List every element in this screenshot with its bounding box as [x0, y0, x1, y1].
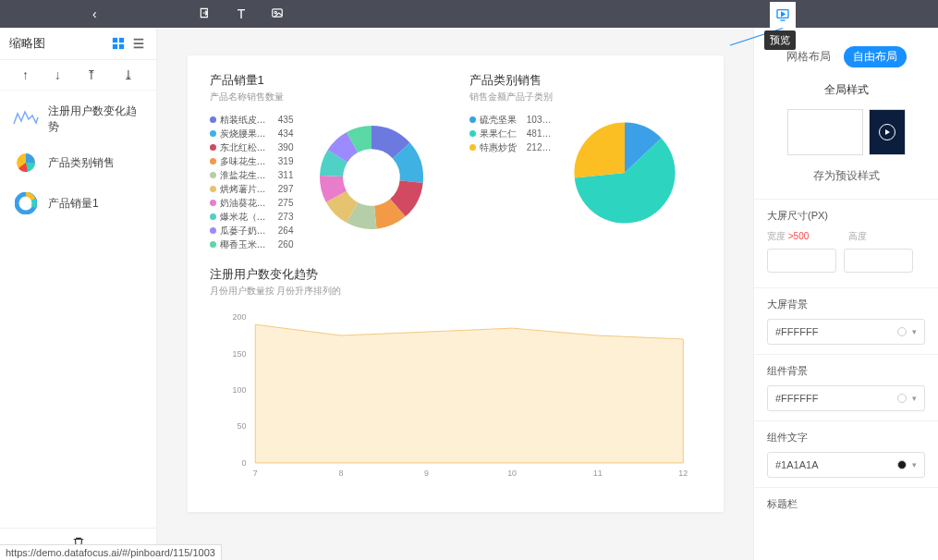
arrow-controls: ↑ ↓ ⤒ ⤓	[0, 60, 156, 91]
comp-bg-group: 组件背景 #FFFFFF ▾	[754, 354, 938, 420]
play-icon	[879, 124, 895, 140]
chart-title: 产品类别销售	[469, 72, 701, 89]
pie-chart-block[interactable]: 产品类别销售 销售金额产品子类别 硫壳坚果103…果果仁仁481…特惠炒货212…	[469, 72, 701, 251]
canvas[interactable]: 产品销量1 产品名称销售数量 精装纸皮…435炭烧腰果1…434东北红松…390…	[157, 28, 753, 560]
back-icon[interactable]: ‹	[92, 6, 97, 21]
import-icon[interactable]	[199, 6, 212, 22]
thumb-label: 产品销量1	[48, 196, 99, 212]
image-icon[interactable]	[271, 6, 284, 22]
comp-text-field[interactable]: #1A1A1A ▾	[767, 452, 925, 478]
text-icon[interactable]: T	[238, 6, 246, 22]
thumb-item-donut[interactable]: 产品销量1	[6, 183, 151, 224]
width-hint: 宽度 >500	[767, 230, 841, 243]
thumb-label: 产品类别销售	[48, 155, 115, 171]
tab-grid-layout[interactable]: 网格布局	[786, 49, 831, 65]
toolbar-tools: T	[199, 6, 285, 22]
thumbnail-sidebar: 缩略图 ↑ ↓ ⤒ ⤓ 注册用户数变化趋势	[0, 28, 157, 560]
svg-text:200: 200	[232, 312, 246, 322]
chevron-down-icon: ▾	[912, 327, 917, 336]
svg-point-1	[274, 11, 276, 13]
svg-rect-0	[273, 8, 283, 16]
topbar: ‹ T	[0, 0, 938, 28]
chevron-down-icon: ▾	[912, 394, 917, 403]
sidebar-title: 缩略图	[9, 35, 45, 52]
thumb-item-area[interactable]: 注册用户数变化趋势	[6, 96, 151, 142]
comp-text-value: #1A1A1A	[775, 459, 818, 470]
global-style-label: 全局样式	[754, 75, 938, 105]
height-input[interactable]	[844, 249, 913, 273]
svg-text:0: 0	[241, 458, 246, 468]
arrow-down-icon[interactable]: ↓	[55, 67, 61, 82]
view-toggle	[110, 35, 147, 52]
width-input[interactable]	[767, 249, 836, 273]
chart-subtitle: 销售金额产品子类别	[469, 91, 701, 103]
preview-button[interactable]	[770, 2, 796, 28]
comp-text-label: 组件文字	[767, 431, 925, 444]
svg-rect-6	[119, 44, 124, 49]
style-preset-dark[interactable]	[869, 109, 906, 155]
arrow-up-icon[interactable]: ↑	[22, 67, 29, 82]
chart-subtitle: 产品名称销售数量	[210, 91, 442, 103]
svg-text:150: 150	[232, 349, 246, 359]
svg-text:9: 9	[424, 469, 429, 478]
pie-legend: 硫壳坚果103…果果仁仁481…特惠炒货212…	[469, 113, 552, 154]
svg-text:12: 12	[678, 469, 688, 478]
properties-panel: 网格布局 自由布局 全局样式 存为预设样式 大屏尺寸(PX) 宽度 >500 高…	[753, 28, 938, 560]
thumbnail-list: 注册用户数变化趋势 产品类别销售 产品销量1	[0, 91, 156, 528]
bg-color-field[interactable]: #FFFFFF ▾	[767, 319, 925, 345]
svg-text:7: 7	[252, 469, 257, 478]
chart-title: 注册用户数变化趋势	[210, 266, 701, 283]
comp-text-group: 组件文字 #1A1A1A ▾	[754, 420, 938, 487]
tab-free-layout[interactable]: 自由布局	[844, 46, 907, 67]
titlebar-group: 标题栏	[754, 487, 938, 528]
list-view-icon[interactable]	[130, 35, 147, 52]
chart-title: 产品销量1	[210, 72, 442, 89]
chevron-down-icon: ▾	[912, 460, 917, 469]
donut-svg	[307, 113, 436, 242]
svg-rect-3	[113, 38, 117, 43]
dimension-group: 大屏尺寸(PX) 宽度 >500 高度	[754, 199, 938, 287]
svg-rect-5	[113, 44, 117, 49]
dimension-label: 大屏尺寸(PX)	[767, 209, 925, 223]
bg-label: 大屏背景	[767, 298, 925, 311]
style-presets	[754, 105, 938, 159]
arrow-bottom-icon[interactable]: ⤓	[123, 67, 134, 82]
svg-text:100: 100	[232, 385, 246, 395]
svg-text:8: 8	[338, 469, 343, 478]
svg-text:11: 11	[592, 469, 602, 478]
svg-rect-4	[119, 38, 124, 43]
svg-text:50: 50	[237, 422, 246, 432]
dashboard: 产品销量1 产品名称销售数量 精装纸皮…435炭烧腰果1…434东北红松…390…	[188, 55, 724, 512]
pie-svg	[565, 113, 685, 233]
arrow-top-icon[interactable]: ⤒	[86, 67, 97, 82]
svg-text:10: 10	[507, 469, 517, 478]
bg-color-value: #FFFFFF	[775, 326, 818, 337]
height-hint: 高度	[848, 230, 922, 243]
comp-bg-label: 组件背景	[767, 364, 925, 378]
donut-legend: 精装纸皮…435炭烧腰果1…434东北红松…390多味花生1…319淮盐花生…3…	[210, 113, 294, 251]
area-svg: 050100150200789101112	[210, 307, 701, 492]
preview-tooltip: 预览	[764, 30, 796, 50]
donut-chart-icon	[13, 190, 39, 216]
comp-bg-value: #FFFFFF	[775, 393, 818, 404]
save-preset-label[interactable]: 存为预设样式	[754, 159, 938, 199]
area-chart-icon	[13, 106, 39, 132]
thumb-item-pie[interactable]: 产品类别销售	[6, 142, 151, 183]
titlebar-label: 标题栏	[767, 497, 925, 511]
grid-view-icon[interactable]	[110, 35, 127, 52]
chart-subtitle: 月份用户数量按 月份升序排列的	[210, 285, 701, 298]
comp-bg-field[interactable]: #FFFFFF ▾	[767, 385, 925, 411]
status-url: https://demo.datafocus.ai/#/pinboard/115…	[0, 544, 222, 560]
thumb-label: 注册用户数变化趋势	[48, 103, 143, 135]
style-preset-light[interactable]	[787, 109, 863, 155]
bg-group: 大屏背景 #FFFFFF ▾	[754, 287, 938, 354]
donut-chart-block[interactable]: 产品销量1 产品名称销售数量 精装纸皮…435炭烧腰果1…434东北红松…390…	[210, 72, 442, 251]
pie-chart-icon	[13, 150, 39, 176]
area-chart-block[interactable]: 注册用户数变化趋势 月份用户数量按 月份升序排列的 05010015020078…	[210, 266, 701, 495]
